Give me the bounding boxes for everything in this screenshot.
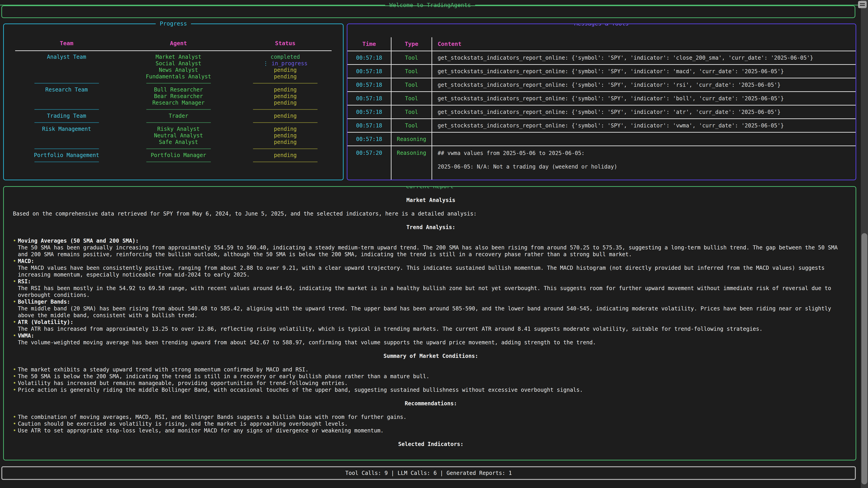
msg-content: get_stockstats_indicators_report_online:… xyxy=(432,92,856,105)
status-text: pending xyxy=(274,139,297,145)
team-cell xyxy=(4,100,129,106)
bullet-text: The middle band (20 SMA) has been rising… xyxy=(18,305,849,319)
app-title: Welcome to TradingAgents xyxy=(389,2,471,8)
rule-line-right xyxy=(475,5,860,5)
msg-type: Tool xyxy=(391,51,432,64)
msg-time: 00:57:20 xyxy=(347,146,391,180)
status-text: pending xyxy=(274,152,297,158)
team-cell xyxy=(4,132,129,139)
terminal-screen: Welcome to TradingAgents Progress Team A… xyxy=(0,0,868,488)
report-section: Selected Indicators: xyxy=(13,441,849,448)
bullet-icon: • xyxy=(13,387,18,393)
agent-cell: News Analyst xyxy=(129,67,228,73)
team-cell: Risk Management xyxy=(4,126,129,132)
bullet-text: The ATR has increased from approximately… xyxy=(18,326,763,332)
scrollbar-thumb[interactable] xyxy=(862,233,867,484)
report-section: Summary of Market Conditions: • The mark… xyxy=(13,353,849,393)
report-section: Trend Analysis: • Moving Averages (50 SM… xyxy=(13,224,849,346)
report-body: Market Analysis Based on the comprehensi… xyxy=(4,187,856,448)
team-separator-line xyxy=(34,162,99,162)
bullet-label: Moving Averages (50 SMA and 200 SMA): xyxy=(18,237,849,244)
progress-rows: Analyst Team Market Analyst completed So… xyxy=(4,54,343,165)
msg-type: Reasoning xyxy=(391,146,432,180)
message-row: 00:57:18 Tool get_stockstats_indicators_… xyxy=(347,92,856,105)
progress-group-separator xyxy=(4,80,343,87)
msg-content: get_stockstats_indicators_report_online:… xyxy=(432,119,856,132)
msg-content: get_stockstats_indicators_report_online:… xyxy=(432,78,856,91)
team-separator-line xyxy=(34,109,99,110)
status-text: completed xyxy=(271,54,300,60)
report-heading: Market Analysis xyxy=(13,197,849,203)
message-row: 00:57:18 Tool get_stockstats_indicators_… xyxy=(347,119,856,133)
progress-row: Fundamentals Analyst pending xyxy=(4,73,343,80)
bullet-icon: • xyxy=(13,332,18,346)
bullet-icon: • xyxy=(13,414,18,420)
report-section-heading: Summary of Market Conditions: xyxy=(13,353,849,359)
report-bullet: • The combination of moving averages, MA… xyxy=(13,414,849,420)
status-separator-line xyxy=(253,149,318,149)
status-text: pending xyxy=(274,93,297,99)
msg-content-line: ## vwma values from 2025-05-06 to 2025-0… xyxy=(438,150,851,157)
msg-content-line: get_stockstats_indicators_report_online:… xyxy=(438,55,851,61)
status-separator-line xyxy=(253,83,318,84)
menu-icon xyxy=(860,3,865,4)
progress-table-header: Team Agent Status xyxy=(4,40,343,47)
status-cell: ⋮in_progress xyxy=(228,60,343,67)
report-bullet: • RSI: The RSI has been mostly in the 54… xyxy=(13,278,849,298)
msg-type: Reasoning xyxy=(391,133,432,145)
scrollbar-menu-button[interactable] xyxy=(858,1,867,8)
msg-type: Tool xyxy=(391,105,432,119)
messages-table: Time Type Content 00:57:18 Tool get_stoc… xyxy=(347,37,856,180)
msg-content-line xyxy=(438,136,851,142)
status-cell: pending xyxy=(228,139,343,145)
report-bullet: • MACD: The MACD values have been consis… xyxy=(13,258,849,278)
report-bullet: • Moving Averages (50 SMA and 200 SMA): … xyxy=(13,237,849,258)
status-text: pending xyxy=(274,126,297,132)
bullet-body: VWMA: The volume-weighted moving average… xyxy=(18,332,596,346)
bullet-icon: • xyxy=(13,298,18,319)
messages-panel-title: Messages & Tools xyxy=(570,24,633,27)
message-rows: 00:57:18 Tool get_stockstats_indicators_… xyxy=(347,51,856,180)
progress-panel-title: Progress xyxy=(156,20,191,27)
report-panel: Current Report Market Analysis Based on … xyxy=(3,186,856,460)
msg-content-line: get_stockstats_indicators_report_online:… xyxy=(438,122,851,129)
team-cell: Trading Team xyxy=(4,113,129,119)
msg-type: Tool xyxy=(391,78,432,91)
agent-separator-line xyxy=(146,122,211,123)
msg-content-line: get_stockstats_indicators_report_online:… xyxy=(438,82,851,88)
msg-content: get_stockstats_indicators_report_online:… xyxy=(432,105,856,119)
progress-row: Portfolio Management Portfolio Manager p… xyxy=(4,152,343,159)
report-section-heading: Trend Analysis: xyxy=(13,224,849,231)
msg-content xyxy=(432,133,856,145)
msg-type: Tool xyxy=(391,65,432,78)
bullet-body: Volatility has increased but remains man… xyxy=(18,380,348,387)
agent-cell: Market Analyst xyxy=(129,54,228,60)
msg-time: 00:57:18 xyxy=(347,119,391,132)
progress-col-team: Team xyxy=(4,40,129,47)
bullet-label: ATR (Volatility): xyxy=(18,319,763,326)
bullet-label: VWMA: xyxy=(18,332,596,339)
team-separator-line xyxy=(34,83,99,84)
stats-text: Tool Calls: 9 | LLM Calls: 6 | Generated… xyxy=(345,470,512,476)
progress-row: Social Analyst ⋮in_progress xyxy=(4,60,343,67)
agent-cell: Safe Analyst xyxy=(129,139,228,145)
team-separator-line xyxy=(34,149,99,149)
progress-table: Team Agent Status Analyst Team Market An… xyxy=(4,24,343,165)
bullet-body: MACD: The MACD values have been consiste… xyxy=(18,258,849,278)
bullet-text: The 50 SMA has been gradually increasing… xyxy=(18,244,849,258)
progress-row: Trading Team Trader pending xyxy=(4,113,343,119)
scrollbar-track[interactable] xyxy=(861,0,868,488)
progress-panel: Progress Team Agent Status Analyst Team … xyxy=(3,24,344,180)
report-bullet: • Volatility has increased but remains m… xyxy=(13,380,849,387)
team-separator-line xyxy=(34,122,99,123)
progress-group-separator xyxy=(4,106,343,113)
status-text: pending xyxy=(274,100,297,106)
msg-time: 00:57:18 xyxy=(347,105,391,119)
progress-group-separator xyxy=(4,145,343,152)
messages-col-time: Time xyxy=(347,37,391,51)
msg-type: Tool xyxy=(391,119,432,132)
team-cell xyxy=(4,73,129,80)
report-section-heading: Selected Indicators: xyxy=(13,441,849,448)
status-text: in_progress xyxy=(272,60,308,67)
msg-time: 00:57:18 xyxy=(347,51,391,64)
